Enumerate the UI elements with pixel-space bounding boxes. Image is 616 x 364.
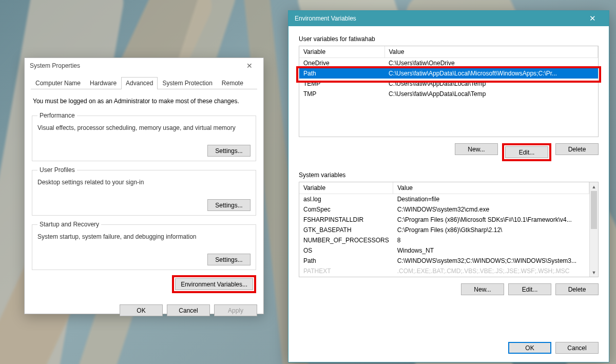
table-row[interactable]: OSWindows_NT [299, 245, 589, 256]
sys-header-variable[interactable]: Variable [299, 182, 393, 194]
scroll-thumb[interactable] [591, 191, 597, 229]
sys-delete-button[interactable]: Delete [555, 283, 599, 295]
scroll-down-icon[interactable]: ▼ [590, 268, 598, 277]
close-icon[interactable]: ✕ [582, 11, 603, 26]
system-properties-title: System Properties [30, 58, 80, 73]
table-row[interactable]: TEMP C:\Users\fatiw\AppData\Local\Temp [299, 79, 598, 89]
performance-settings-button[interactable]: Settings... [207, 145, 251, 157]
table-row[interactable]: asl.logDestination=file [299, 194, 589, 205]
close-icon[interactable]: ✕ [241, 58, 258, 73]
system-properties-footer: OK Cancel Apply [25, 299, 263, 322]
user-profiles-group: User Profiles Desktop settings related t… [32, 166, 256, 216]
table-row[interactable]: OneDrive C:\Users\fatiw\OneDrive [299, 58, 598, 69]
user-new-button[interactable]: New... [455, 143, 498, 155]
environment-variables-title: Environment Variables [295, 11, 356, 26]
user-delete-button[interactable]: Delete [555, 143, 599, 155]
tab-remote[interactable]: Remote [217, 77, 248, 89]
env-cancel-button[interactable]: Cancel [555, 342, 599, 354]
system-vars-scrollbar[interactable]: ▲ ▼ [589, 182, 598, 277]
performance-group: Performance Visual effects, processor sc… [32, 112, 256, 161]
system-properties-tabs: Computer Name Hardware Advanced System P… [31, 76, 257, 89]
admin-note: You must be logged on as an Administrato… [33, 98, 255, 105]
user-edit-button[interactable]: Edit... [505, 146, 548, 158]
environment-variables-window: Environment Variables ✕ User variables f… [288, 10, 609, 362]
user-header-value[interactable]: Value [384, 46, 598, 58]
user-vars-actions: New... Edit... Delete [299, 143, 599, 161]
sys-edit-button[interactable]: Edit... [508, 283, 551, 295]
system-vars-label: System variables [299, 171, 599, 179]
user-header-variable[interactable]: Variable [299, 46, 384, 58]
table-row[interactable]: TMP C:\Users\fatiw\AppData\Local\Temp [299, 89, 598, 99]
apply-button: Apply [214, 304, 257, 316]
table-row[interactable]: ComSpecC:\WINDOWS\system32\cmd.exe [299, 204, 589, 215]
environment-variables-titlebar: Environment Variables ✕ [288, 11, 609, 26]
table-row[interactable]: PATHEXT.COM;.EXE;.BAT;.CMD;.VBS;.VBE;.JS… [299, 266, 589, 276]
startup-recovery-group: Startup and Recovery System startup, sys… [32, 221, 256, 270]
startup-legend: Startup and Recovery [37, 221, 101, 228]
system-vars-actions: New... Edit... Delete [299, 283, 599, 295]
startup-settings-button[interactable]: Settings... [207, 254, 251, 265]
table-row[interactable]: FSHARPINSTALLDIRC:\Program Files (x86)\M… [299, 215, 589, 225]
user-profiles-legend: User Profiles [37, 166, 77, 174]
performance-legend: Performance [37, 112, 77, 119]
table-row[interactable]: PathC:\WINDOWS\system32;C:\WINDOWS;C:\WI… [299, 256, 589, 266]
table-row[interactable]: GTK_BASEPATHC:\Program Files (x86)\GtkSh… [299, 225, 589, 235]
tab-advanced[interactable]: Advanced [121, 77, 158, 89]
user-vars-label: User variables for fatiwahab [299, 35, 599, 43]
tab-hardware[interactable]: Hardware [85, 77, 121, 89]
performance-desc: Visual effects, processor scheduling, me… [37, 124, 251, 131]
table-row[interactable]: Path C:\Users\fatiw\AppData\Local\Micros… [299, 68, 598, 79]
env-ok-button[interactable]: OK [508, 342, 551, 354]
user-vars-table[interactable]: Variable Value OneDrive C:\Users\fatiw\O… [299, 46, 599, 137]
system-vars-table[interactable]: Variable Value asl.logDestination=file C… [299, 182, 599, 277]
scroll-up-icon[interactable]: ▲ [590, 182, 598, 191]
user-profiles-desc: Desktop settings related to your sign-in [37, 179, 251, 186]
user-profiles-settings-button[interactable]: Settings... [207, 199, 251, 211]
tab-system-protection[interactable]: System Protection [158, 77, 217, 89]
system-properties-titlebar: System Properties ✕ [25, 58, 263, 73]
sys-header-value[interactable]: Value [393, 182, 589, 194]
system-properties-body: You must be logged on as an Administrato… [25, 89, 263, 299]
tab-computer-name[interactable]: Computer Name [31, 77, 85, 89]
env-variables-highlight: Environment Variables... [172, 275, 256, 293]
cancel-button[interactable]: Cancel [167, 304, 210, 316]
table-row[interactable]: NUMBER_OF_PROCESSORS8 [299, 235, 589, 245]
system-properties-window: System Properties ✕ Computer Name Hardwa… [24, 58, 264, 314]
ok-button[interactable]: OK [120, 304, 163, 316]
environment-variables-footer: OK Cancel [288, 337, 609, 362]
environment-variables-button[interactable]: Environment Variables... [175, 278, 253, 290]
startup-desc: System startup, system failure, and debu… [37, 233, 251, 240]
sys-new-button[interactable]: New... [461, 283, 504, 295]
user-edit-highlight: Edit... [502, 143, 551, 161]
